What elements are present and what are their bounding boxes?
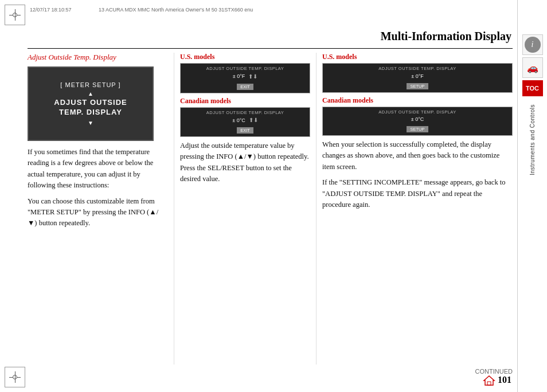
corner-decoration-bl bbox=[5, 367, 25, 387]
corner-decoration-tl bbox=[5, 5, 25, 25]
page-number: 101 bbox=[498, 375, 511, 385]
middle-us-exit-button[interactable]: EXIT bbox=[237, 84, 253, 90]
right-canadian-section: Canadian models ADJUST OUTSIDE TEMP. DIS… bbox=[322, 96, 513, 136]
middle-us-display-title: ADJUST OUTSIDE TEMP. DISPLAY bbox=[184, 66, 306, 72]
meter-display-graphic: [ METER SETUP ] ▲ ADJUST OUTSIDE TEMP. D… bbox=[28, 66, 154, 141]
right-us-label: U.S. models bbox=[322, 53, 513, 61]
right-body-text-1: When your selection is successfully comp… bbox=[322, 139, 513, 173]
document-metadata: 12/07/17 18:10:57 bbox=[30, 7, 72, 13]
home-icon bbox=[483, 375, 495, 386]
right-us-section: U.S. models ADJUST OUTSIDE TEMP. DISPLAY… bbox=[322, 53, 513, 93]
section-title: Adjust Outside Temp. Display bbox=[28, 53, 167, 62]
right-us-setup-button[interactable]: SETUP bbox=[407, 83, 428, 89]
middle-us-label: U.S. models bbox=[180, 53, 310, 61]
left-body-text-1: If you sometimes find that the temperatu… bbox=[28, 147, 167, 191]
middle-canadian-arrows: ⬆⬇ bbox=[249, 117, 258, 123]
sidebar-section-label: Instruments and Controls bbox=[529, 104, 536, 175]
meter-bracket-text: [ METER SETUP ] bbox=[60, 81, 120, 88]
middle-us-section: U.S. models ADJUST OUTSIDE TEMP. DISPLAY… bbox=[180, 53, 310, 93]
middle-us-display: ADJUST OUTSIDE TEMP. DISPLAY ± 0°F ⬆⬇ EX… bbox=[180, 63, 310, 93]
right-canadian-setup-button[interactable]: SETUP bbox=[407, 126, 428, 132]
home-button[interactable] bbox=[483, 375, 495, 386]
continued-label: CONTINUED bbox=[475, 368, 513, 375]
right-us-display: ADJUST OUTSIDE TEMP. DISPLAY ± 0°F SETUP bbox=[322, 63, 513, 93]
left-column: Adjust Outside Temp. Display [ METER SET… bbox=[28, 53, 174, 364]
middle-canadian-display: ADJUST OUTSIDE TEMP. DISPLAY ± 0°C ⬆⬇ EX… bbox=[180, 107, 310, 138]
right-canadian-value-row: ± 0°C bbox=[326, 116, 509, 122]
right-us-value: ± 0°F bbox=[411, 73, 424, 79]
right-us-value-row: ± 0°F bbox=[326, 73, 509, 79]
svg-marker-0 bbox=[484, 376, 494, 385]
page-title: Multi-Information Display bbox=[381, 30, 511, 43]
middle-body-text: Adjust the outside temperature value by … bbox=[180, 140, 310, 185]
right-column: U.S. models ADJUST OUTSIDE TEMP. DISPLAY… bbox=[316, 53, 513, 364]
middle-canadian-value: ± 0°C bbox=[232, 117, 245, 123]
middle-us-value-row: ± 0°F ⬆⬇ bbox=[184, 73, 306, 80]
right-sidebar: i 🚗 TOC Instruments and Controls bbox=[517, 0, 547, 392]
info-icon-button[interactable]: i bbox=[522, 34, 543, 55]
right-body-text-2: If the "SETTING INCOMPLETE" message appe… bbox=[322, 177, 513, 210]
car-icon-button[interactable]: 🚗 bbox=[522, 57, 543, 78]
middle-canadian-label: Canadian models bbox=[180, 97, 310, 105]
middle-canadian-display-title: ADJUST OUTSIDE TEMP. DISPLAY bbox=[184, 110, 306, 116]
document-id: 13 ACURA MDX MMC North America Owner's M… bbox=[99, 7, 253, 13]
title-divider bbox=[28, 48, 513, 49]
middle-canadian-value-row: ± 0°C ⬆⬇ bbox=[184, 117, 306, 123]
left-body-text-2: You can choose this customizable item fr… bbox=[28, 196, 167, 229]
right-us-display-title: ADJUST OUTSIDE TEMP. DISPLAY bbox=[326, 66, 509, 72]
right-canadian-label: Canadian models bbox=[322, 96, 513, 105]
toc-button[interactable]: TOC bbox=[522, 80, 543, 96]
right-canadian-display-title: ADJUST OUTSIDE TEMP. DISPLAY bbox=[326, 109, 509, 116]
middle-canadian-section: Canadian models ADJUST OUTSIDE TEMP. DIS… bbox=[180, 97, 310, 138]
meter-adjust-text: ADJUST OUTSIDE TEMP. DISPLAY bbox=[54, 98, 127, 117]
middle-canadian-exit-button[interactable]: EXIT bbox=[237, 127, 253, 134]
info-icon: i bbox=[525, 37, 541, 53]
meter-arrow-down: ▼ bbox=[88, 120, 93, 126]
right-canadian-display: ADJUST OUTSIDE TEMP. DISPLAY ± 0°C SETUP bbox=[322, 107, 513, 136]
main-content: Adjust Outside Temp. Display [ METER SET… bbox=[28, 53, 513, 364]
svg-rect-1 bbox=[487, 382, 491, 385]
crosshair-tl bbox=[9, 9, 21, 21]
middle-us-value: ± 0°F bbox=[233, 73, 245, 79]
car-icon: 🚗 bbox=[527, 62, 538, 73]
middle-column: U.S. models ADJUST OUTSIDE TEMP. DISPLAY… bbox=[174, 53, 316, 364]
crosshair-bl bbox=[9, 371, 21, 383]
middle-us-arrows: ⬆⬇ bbox=[248, 73, 257, 80]
meter-arrow-up: ▲ bbox=[88, 91, 93, 97]
right-canadian-value: ± 0°C bbox=[411, 116, 424, 122]
